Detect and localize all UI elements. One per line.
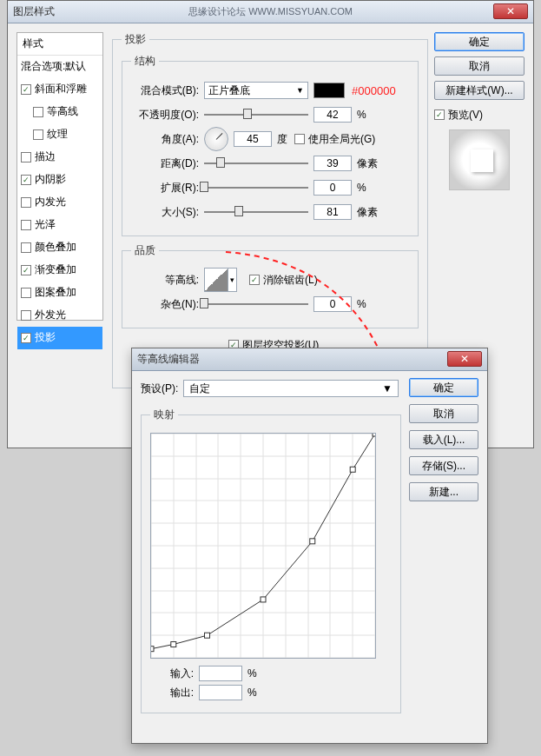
noise-slider[interactable] bbox=[204, 296, 308, 312]
spread-label: 扩展(R): bbox=[131, 181, 199, 196]
curve-handle[interactable] bbox=[151, 647, 154, 652]
opacity-slider[interactable] bbox=[204, 107, 308, 123]
new-button[interactable]: 新建... bbox=[409, 482, 478, 501]
contour-right-panel: 确定 取消 载入(L)... 存储(S)... 新建... bbox=[409, 378, 478, 508]
dialog-title: 图层样式 bbox=[13, 4, 55, 19]
checkbox-icon[interactable]: ✓ bbox=[249, 275, 260, 285]
styles-header: 样式 bbox=[17, 33, 102, 56]
titlebar: 图层样式 思缘设计论坛 WWW.MISSYUAN.COM ✕ bbox=[8, 1, 533, 23]
input-label: 输入: bbox=[150, 666, 194, 681]
style-item-satin[interactable]: 光泽 bbox=[17, 214, 102, 236]
load-button[interactable]: 载入(L)... bbox=[409, 430, 478, 449]
chevron-down-icon: ▼ bbox=[296, 86, 304, 95]
distance-slider[interactable] bbox=[204, 156, 308, 171]
style-item-contour[interactable]: 等高线 bbox=[17, 101, 102, 123]
mapping-group: 映射 输入:% 输出:% bbox=[141, 408, 401, 713]
checkbox-icon[interactable] bbox=[294, 134, 305, 144]
checkbox-icon[interactable]: ✓ bbox=[21, 265, 31, 275]
style-item-dropshadow[interactable]: ✓投影 bbox=[17, 327, 102, 349]
blend-mode-label: 混合模式(B): bbox=[131, 83, 199, 98]
brand-text: 思缘设计论坛 WWW.MISSYUAN.COM bbox=[188, 5, 353, 18]
chevron-down-icon[interactable]: ▾ bbox=[228, 269, 236, 291]
preset-combo[interactable]: 自定▼ bbox=[183, 380, 399, 397]
quality-legend: 品质 bbox=[131, 243, 159, 258]
ok-button[interactable]: 确定 bbox=[409, 378, 478, 397]
checkbox-icon[interactable] bbox=[21, 242, 31, 253]
blend-options-default[interactable]: 混合选项:默认 bbox=[17, 56, 102, 78]
style-item-innershadow[interactable]: ✓内阴影 bbox=[17, 169, 102, 191]
curve-handle[interactable] bbox=[350, 467, 355, 472]
opacity-value[interactable]: 42 bbox=[313, 107, 352, 123]
spread-value[interactable]: 0 bbox=[313, 180, 352, 196]
spread-unit: % bbox=[357, 182, 366, 194]
preview-label: 预览(V) bbox=[448, 108, 483, 123]
dialog-title: 等高线编辑器 bbox=[137, 352, 200, 367]
style-item-coloroverlay[interactable]: 颜色叠加 bbox=[17, 236, 102, 259]
checkbox-icon[interactable] bbox=[33, 129, 43, 140]
curve-editor[interactable] bbox=[150, 433, 376, 659]
curve-handle[interactable] bbox=[261, 597, 266, 602]
chevron-down-icon: ▼ bbox=[382, 382, 393, 395]
checkbox-icon[interactable] bbox=[21, 220, 31, 230]
size-slider[interactable] bbox=[204, 204, 308, 220]
checkbox-icon[interactable]: ✓ bbox=[434, 109, 445, 120]
preset-label: 预设(P): bbox=[141, 381, 178, 396]
ok-button[interactable]: 确定 bbox=[434, 32, 525, 51]
style-item-texture[interactable]: 纹理 bbox=[17, 123, 102, 146]
noise-value[interactable]: 0 bbox=[313, 296, 352, 312]
checkbox-icon[interactable]: ✓ bbox=[21, 175, 31, 185]
style-item-outerglow[interactable]: 外发光 bbox=[17, 304, 102, 327]
output-value[interactable] bbox=[199, 685, 242, 700]
output-label: 输出: bbox=[150, 686, 194, 700]
checkbox-icon[interactable] bbox=[21, 152, 31, 162]
blend-mode-combo[interactable]: 正片叠底▼ bbox=[204, 82, 308, 99]
size-label: 大小(S): bbox=[131, 205, 199, 220]
style-item-patternoverlay[interactable]: 图案叠加 bbox=[17, 282, 102, 304]
checkbox-icon[interactable] bbox=[21, 197, 31, 208]
checkbox-icon[interactable] bbox=[33, 107, 43, 117]
new-style-button[interactable]: 新建样式(W)... bbox=[434, 81, 525, 100]
main-group: 投影 结构 混合模式(B): 正片叠底▼ #000000 不透明度(O): 42… bbox=[112, 32, 428, 388]
checkbox-icon[interactable]: ✓ bbox=[21, 84, 31, 95]
style-item-gradientoverlay[interactable]: ✓渐变叠加 bbox=[17, 259, 102, 282]
curve-handle[interactable] bbox=[310, 539, 315, 544]
spread-slider[interactable] bbox=[204, 180, 308, 196]
input-value[interactable] bbox=[199, 666, 242, 681]
curve-handle[interactable] bbox=[205, 633, 210, 638]
angle-label: 角度(A): bbox=[131, 132, 199, 147]
size-unit: 像素 bbox=[357, 205, 378, 220]
hex-annotation: #000000 bbox=[352, 84, 396, 97]
angle-value[interactable]: 45 bbox=[234, 131, 272, 147]
curve-handle[interactable] bbox=[373, 434, 375, 436]
curve-handle[interactable] bbox=[171, 642, 176, 647]
color-swatch[interactable] bbox=[313, 83, 345, 98]
titlebar: 等高线编辑器 ✕ bbox=[132, 348, 487, 371]
style-item-bevel[interactable]: ✓斜面和浮雕 bbox=[17, 78, 102, 101]
style-item-innerglow[interactable]: 内发光 bbox=[17, 191, 102, 214]
close-button[interactable]: ✕ bbox=[447, 351, 482, 367]
curve-svg bbox=[151, 434, 375, 658]
save-button[interactable]: 存储(S)... bbox=[409, 456, 478, 475]
contour-picker[interactable]: ▾ bbox=[204, 268, 237, 292]
checkbox-icon[interactable] bbox=[21, 288, 31, 298]
noise-label: 杂色(N): bbox=[131, 297, 199, 312]
structure-legend: 结构 bbox=[131, 54, 159, 69]
angle-unit: 度 bbox=[277, 132, 287, 147]
contour-editor-dialog: 等高线编辑器 ✕ 预设(P): 自定▼ 映射 输入:% 输出:% bbox=[131, 348, 488, 744]
close-button[interactable]: ✕ bbox=[493, 3, 528, 19]
close-icon: ✕ bbox=[460, 353, 469, 365]
output-unit: % bbox=[247, 686, 257, 699]
checkbox-icon[interactable]: ✓ bbox=[21, 333, 31, 343]
angle-dial[interactable] bbox=[204, 127, 228, 151]
opacity-label: 不透明度(O): bbox=[131, 108, 199, 123]
opacity-unit: % bbox=[357, 109, 366, 121]
size-value[interactable]: 81 bbox=[313, 204, 352, 220]
distance-value[interactable]: 39 bbox=[313, 156, 352, 171]
cancel-button[interactable]: 取消 bbox=[434, 56, 525, 76]
styles-panel: 样式 混合选项:默认 ✓斜面和浮雕 等高线 纹理 描边 ✓内阴影 内发光 光泽 … bbox=[16, 32, 103, 321]
cancel-button[interactable]: 取消 bbox=[409, 404, 478, 423]
checkbox-icon[interactable] bbox=[21, 310, 31, 321]
style-item-stroke[interactable]: 描边 bbox=[17, 146, 102, 169]
quality-group: 品质 等高线: ▾ ✓消除锯齿(L) 杂色(N): 0 % bbox=[122, 243, 419, 328]
distance-unit: 像素 bbox=[357, 156, 378, 171]
